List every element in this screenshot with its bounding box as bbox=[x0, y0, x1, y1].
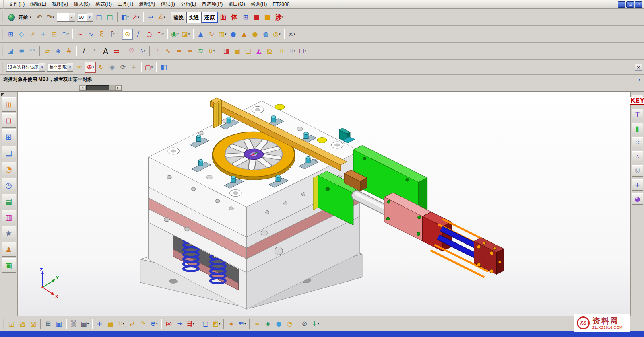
dropdown-arrow-icon[interactable]: ▾ bbox=[193, 322, 194, 325]
dotted-ball-icon[interactable]: ∴ bbox=[632, 151, 643, 162]
roles-icon[interactable]: ♟ bbox=[2, 242, 16, 257]
graphics-window[interactable]: Z Y X bbox=[18, 92, 630, 316]
selection-filter-dropdown[interactable]: 没有选择过滤器 ▼ bbox=[6, 63, 45, 72]
part-navigator-icon[interactable]: ⊞ bbox=[2, 129, 16, 144]
blend-surface-icon[interactable]: ◈ bbox=[53, 45, 64, 57]
replace-button[interactable]: 替换 bbox=[171, 12, 186, 23]
rotate-view-icon[interactable]: ⟳ bbox=[118, 62, 128, 73]
toolbar-close-button[interactable]: × bbox=[635, 64, 642, 71]
add-component-icon[interactable]: + bbox=[94, 318, 105, 329]
vector-constructor-icon[interactable]: ↗▾ bbox=[130, 12, 141, 23]
chevron-down-icon[interactable]: ▼ bbox=[67, 63, 73, 71]
stamp-icon[interactable]: ▤▾ bbox=[79, 318, 90, 329]
extrude-icon[interactable]: ▲ bbox=[195, 29, 206, 40]
join-curve-icon[interactable]: ∪▾ bbox=[206, 45, 217, 57]
scale-spinner[interactable]: 50 ▼ bbox=[77, 13, 93, 22]
load-options-icon[interactable]: ↓▾ bbox=[310, 318, 321, 329]
web-browser-icon[interactable]: ◔ bbox=[2, 162, 16, 176]
show-hide-icon[interactable]: ▣ bbox=[232, 45, 243, 57]
undo-button[interactable]: ↶ bbox=[34, 12, 45, 23]
menu-edit[interactable]: 编辑(E) bbox=[27, 0, 49, 8]
dropdown-arrow-icon[interactable]: ▾ bbox=[219, 322, 221, 325]
dropdown-arrow-icon[interactable]: ▾ bbox=[318, 322, 319, 325]
dropdown-arrow-icon[interactable]: ▾ bbox=[151, 66, 153, 69]
substitute-icon[interactable]: ◩▾ bbox=[211, 318, 222, 329]
t-tool-icon[interactable]: T bbox=[632, 109, 643, 120]
dropdown-arrow-icon[interactable]: ▾ bbox=[87, 322, 89, 325]
dropdown-arrow-icon[interactable]: ▾ bbox=[30, 16, 31, 19]
cone-icon[interactable]: ▲ bbox=[239, 29, 250, 40]
render-style-dropdown[interactable]: ▾ bbox=[57, 13, 75, 22]
helix-icon[interactable]: ξ bbox=[96, 29, 107, 40]
dropdown-arrow-icon[interactable]: ▾ bbox=[213, 49, 215, 53]
snap-point-icon[interactable]: ⊕▾ bbox=[85, 62, 96, 73]
menu-format[interactable]: 格式(R) bbox=[93, 0, 115, 8]
sketch-line-icon[interactable]: / bbox=[78, 45, 89, 57]
key-icon[interactable]: KEY bbox=[632, 95, 643, 106]
dropdown-arrow-icon[interactable]: ▾ bbox=[138, 16, 139, 19]
dropdown-arrow-icon[interactable]: ▾ bbox=[294, 49, 295, 53]
chevron-down-icon[interactable]: ▼ bbox=[87, 13, 93, 21]
circle-icon[interactable]: ○ bbox=[144, 29, 155, 40]
dropdown-arrow-icon[interactable]: ▾ bbox=[156, 322, 158, 325]
curve-icon[interactable]: ∼ bbox=[74, 29, 85, 40]
menu-analysis[interactable]: 分析(L) bbox=[178, 0, 199, 8]
datum-csys-icon[interactable]: + bbox=[38, 29, 49, 40]
scroll-right-icon[interactable]: ► bbox=[115, 85, 121, 90]
chevron-down-icon[interactable]: ▼ bbox=[39, 63, 45, 71]
datum-axis-icon[interactable]: ↗ bbox=[27, 29, 38, 40]
dropdown-arrow-icon[interactable]: ▾ bbox=[305, 49, 306, 53]
chevron-down-icon[interactable]: ▾ bbox=[69, 13, 75, 21]
project-curve-icon[interactable]: ≃ bbox=[173, 45, 184, 57]
translucency-button[interactable]: 实透 bbox=[186, 12, 202, 23]
assembly-navigator-icon[interactable]: ⊞ bbox=[2, 97, 16, 112]
redo-button[interactable]: ↷▾ bbox=[45, 12, 56, 23]
pattern-component-icon[interactable]: ∷▾ bbox=[116, 318, 127, 329]
dropdown-arrow-icon[interactable]: ▾ bbox=[188, 33, 190, 36]
scroll-left-icon[interactable]: ◄ bbox=[79, 85, 85, 90]
toolbar-grip[interactable] bbox=[3, 319, 4, 329]
wave-link-icon[interactable]: ⊞▾ bbox=[286, 45, 297, 57]
mirror-assembly-icon[interactable]: ⋈ bbox=[163, 318, 174, 329]
toolbar-grip[interactable] bbox=[2, 29, 3, 39]
dropdown-arrow-icon[interactable]: ▾ bbox=[244, 322, 246, 325]
dropdown-arrow-icon[interactable]: ▾ bbox=[93, 66, 94, 69]
prompt-options-icon[interactable]: ▸ bbox=[639, 78, 641, 82]
arc-icon[interactable]: ◠▾ bbox=[155, 29, 165, 40]
curve-mesh-icon[interactable]: # bbox=[64, 45, 74, 57]
bounded-plane-icon[interactable]: ▱ bbox=[42, 45, 53, 57]
swept-icon[interactable]: ◠ bbox=[27, 45, 38, 57]
through-curves-icon[interactable]: ≣ bbox=[16, 45, 27, 57]
explode-icon[interactable]: ∗ bbox=[226, 318, 237, 329]
law-curve-icon[interactable]: ʃ▾ bbox=[107, 29, 118, 40]
flyout-arrow-icon[interactable] bbox=[1, 93, 4, 96]
restore-button[interactable]: ◱ bbox=[626, 1, 634, 8]
datum-plane-icon[interactable]: ◇ bbox=[16, 29, 27, 40]
constraint-navigator-icon[interactable]: ⊟ bbox=[2, 113, 16, 128]
new-component-icon[interactable]: ▦ bbox=[105, 318, 116, 329]
preview-icon[interactable]: ▣ bbox=[54, 318, 64, 329]
spline-icon[interactable]: ∿ bbox=[85, 29, 96, 40]
horizontal-scrollbar[interactable]: ◄ ► bbox=[79, 85, 122, 91]
model-latch-lock[interactable] bbox=[213, 100, 221, 128]
sphere-icon[interactable]: ● bbox=[250, 29, 260, 40]
molecule-icon[interactable]: ∷ bbox=[632, 137, 643, 148]
measure-angle-icon[interactable]: ∠▾ bbox=[156, 12, 167, 23]
dropdown-arrow-icon[interactable]: ▾ bbox=[225, 33, 227, 36]
component-b-icon[interactable]: ▨ bbox=[28, 318, 39, 329]
toolbar-grip[interactable] bbox=[2, 46, 3, 56]
intersection-curve-icon[interactable]: ≈ bbox=[184, 45, 195, 57]
clock-icon[interactable]: ◔ bbox=[284, 318, 295, 329]
dropdown-arrow-icon[interactable]: ▾ bbox=[282, 16, 284, 19]
toolbar-grip[interactable] bbox=[2, 62, 3, 72]
gem-icon[interactable]: ◈ bbox=[262, 318, 273, 329]
arrangement-icon[interactable]: ⇶▾ bbox=[185, 318, 196, 329]
offset-curve-icon[interactable]: ≀ bbox=[152, 45, 163, 57]
display-part-icon[interactable]: ⊞ bbox=[5, 29, 16, 40]
bridge-curve-icon[interactable]: ∿ bbox=[163, 45, 173, 57]
move-component-icon[interactable]: ↷ bbox=[138, 318, 149, 329]
red-block-icon[interactable]: ■ bbox=[251, 12, 262, 23]
component-a-icon[interactable]: ▧ bbox=[17, 318, 28, 329]
scrollbar-thumb[interactable] bbox=[86, 85, 109, 90]
pattern-object-icon[interactable]: ⊞ bbox=[275, 45, 286, 57]
